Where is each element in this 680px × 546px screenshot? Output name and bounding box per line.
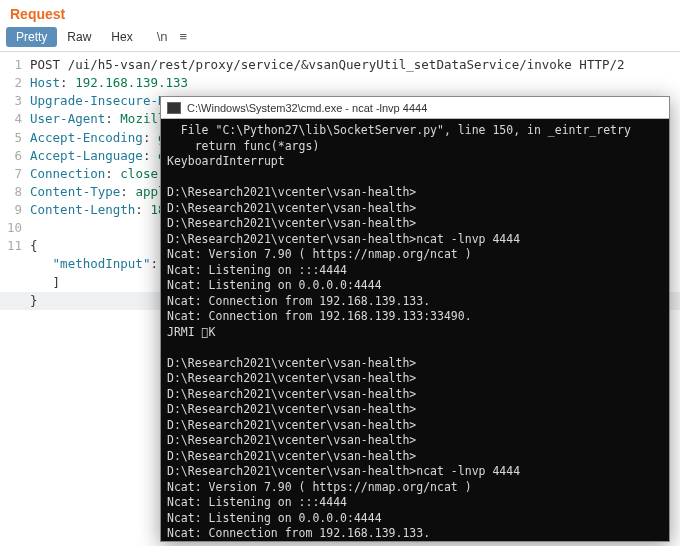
line-number bbox=[0, 274, 30, 292]
line-number: 5 bbox=[0, 129, 30, 147]
cmd-icon bbox=[167, 102, 181, 114]
terminal-output: File "C:\Python27\lib\SocketServer.py", … bbox=[161, 119, 669, 541]
terminal-window[interactable]: C:\Windows\System32\cmd.exe - ncat -lnvp… bbox=[160, 96, 670, 542]
line-number: 1 bbox=[0, 56, 30, 74]
panel-title: Request bbox=[0, 0, 680, 26]
line-number: 9 bbox=[0, 201, 30, 219]
line-number: 7 bbox=[0, 165, 30, 183]
tab-hex[interactable]: Hex bbox=[101, 27, 142, 47]
line-number bbox=[0, 255, 30, 273]
line-number: 8 bbox=[0, 183, 30, 201]
line-content: Host: 192.168.139.133 bbox=[30, 74, 680, 92]
terminal-titlebar[interactable]: C:\Windows\System32\cmd.exe - ncat -lnvp… bbox=[161, 97, 669, 119]
tab-raw[interactable]: Raw bbox=[57, 27, 101, 47]
line-number bbox=[0, 292, 30, 310]
menu-icon[interactable]: ≡ bbox=[174, 26, 194, 47]
line-number: 11 bbox=[0, 237, 30, 255]
code-line: 1POST /ui/h5-vsan/rest/proxy/service/&vs… bbox=[0, 56, 680, 74]
view-toolbar: Pretty Raw Hex \n ≡ bbox=[0, 26, 680, 52]
line-number: 2 bbox=[0, 74, 30, 92]
terminal-title: C:\Windows\System32\cmd.exe - ncat -lnvp… bbox=[187, 102, 427, 114]
line-content: POST /ui/h5-vsan/rest/proxy/service/&vsa… bbox=[30, 56, 680, 74]
line-number: 3 bbox=[0, 92, 30, 110]
tab-pretty[interactable]: Pretty bbox=[6, 27, 57, 47]
line-number: 6 bbox=[0, 147, 30, 165]
newline-toggle[interactable]: \n bbox=[151, 26, 174, 47]
line-number: 4 bbox=[0, 110, 30, 128]
line-number: 10 bbox=[0, 219, 30, 237]
code-line: 2Host: 192.168.139.133 bbox=[0, 74, 680, 92]
